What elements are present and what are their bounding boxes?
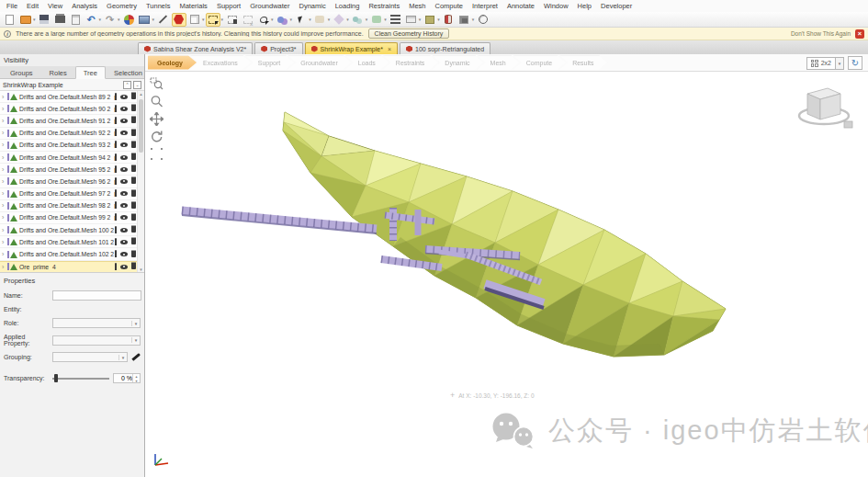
diamond-tool-icon[interactable] bbox=[332, 13, 346, 27]
eye-icon[interactable] bbox=[120, 240, 128, 244]
viewport-3d[interactable]: + At X: -10.30, Y: -196.16, Z: 0 bbox=[145, 72, 868, 477]
dropdown-caret-icon[interactable]: ▾ bbox=[221, 17, 224, 22]
pick-select-icon[interactable] bbox=[294, 13, 309, 27]
pin-icon[interactable] bbox=[115, 190, 117, 197]
trash-icon[interactable] bbox=[131, 252, 136, 257]
tab-groups[interactable]: Groups bbox=[2, 66, 41, 78]
zoom-window-icon[interactable] bbox=[149, 76, 164, 91]
trash-icon[interactable] bbox=[131, 118, 136, 123]
dropdown-caret-icon[interactable]: ▾ bbox=[99, 17, 102, 22]
menu-analysis[interactable]: Analysis bbox=[67, 2, 102, 10]
doc-tab-sabina[interactable]: Sabina Shear Zone Analysis V2* bbox=[138, 42, 253, 54]
eye-icon[interactable] bbox=[120, 252, 128, 256]
clear-selection-icon[interactable] bbox=[241, 13, 255, 27]
menu-file[interactable]: File bbox=[2, 2, 22, 10]
dropdown-caret-icon[interactable]: ▾ bbox=[33, 17, 36, 22]
box-select-icon[interactable] bbox=[206, 13, 220, 27]
tree-row[interactable]: ›Drifts and Ore.Default.Mesh 97 2_prir bbox=[0, 188, 144, 200]
view-cube[interactable] bbox=[796, 79, 855, 132]
trash-icon[interactable] bbox=[131, 166, 136, 172]
tab-tree[interactable]: Tree bbox=[75, 66, 106, 79]
collapse-all-icon[interactable]: ⌄ bbox=[133, 81, 141, 89]
tab-selection[interactable]: Selection bbox=[106, 66, 151, 78]
eye-icon[interactable] bbox=[120, 167, 128, 172]
name-field[interactable] bbox=[52, 290, 141, 301]
transparency-value-field[interactable] bbox=[114, 374, 132, 382]
pie-chart-icon[interactable] bbox=[121, 13, 136, 27]
applied-property-select[interactable]: ▾ bbox=[52, 335, 141, 346]
spin-down-icon[interactable]: ▾ bbox=[133, 379, 140, 383]
dropdown-caret-icon[interactable]: ▾ bbox=[472, 17, 475, 22]
dropdown-caret-icon[interactable]: ▾ bbox=[202, 17, 205, 22]
menu-materials[interactable]: Materials bbox=[175, 2, 211, 10]
menu-dynamic[interactable]: Dynamic bbox=[295, 2, 331, 10]
dropdown-caret-icon[interactable]: ▾ bbox=[384, 17, 387, 22]
eye-icon[interactable] bbox=[120, 142, 128, 147]
pin-icon[interactable] bbox=[115, 178, 117, 185]
compass-tool-icon[interactable] bbox=[476, 13, 490, 27]
pin-icon[interactable] bbox=[115, 106, 117, 112]
undo-icon[interactable]: ↶ bbox=[84, 13, 98, 27]
scroll-up-icon[interactable]: ▴ bbox=[138, 91, 144, 97]
pin-icon[interactable] bbox=[115, 264, 117, 270]
refresh-view-icon[interactable]: ↻ bbox=[848, 56, 862, 70]
tree-row-selected[interactable]: ›Ore_prime_4 bbox=[0, 261, 144, 273]
trash-icon[interactable] bbox=[131, 178, 136, 184]
layers-tool-icon[interactable] bbox=[388, 13, 402, 27]
external-box-icon[interactable] bbox=[187, 13, 202, 27]
dropdown-caret-icon[interactable]: ▾ bbox=[290, 17, 293, 22]
tab-close-icon[interactable]: × bbox=[388, 46, 391, 52]
pin-icon[interactable] bbox=[115, 166, 117, 173]
eye-icon[interactable] bbox=[120, 215, 128, 220]
lock-selection-icon[interactable] bbox=[225, 13, 240, 27]
dropdown-caret-icon[interactable]: ▾ bbox=[366, 17, 368, 22]
surface-tool-icon[interactable] bbox=[369, 13, 384, 27]
eye-icon[interactable] bbox=[120, 131, 128, 135]
workflow-tab-dynamic[interactable]: Dynamic bbox=[432, 56, 483, 70]
role-select[interactable]: ▾ bbox=[52, 318, 141, 328]
clean-geometry-history-button[interactable]: Clean Geometry History bbox=[368, 28, 450, 39]
trash-icon[interactable] bbox=[131, 215, 136, 221]
eye-icon[interactable] bbox=[120, 95, 128, 99]
menu-developer[interactable]: Developer bbox=[596, 2, 637, 10]
workflow-tab-restraints[interactable]: Restraints bbox=[383, 56, 439, 70]
edit-pencil-icon[interactable] bbox=[131, 353, 140, 360]
tab-roles[interactable]: Roles bbox=[41, 66, 75, 78]
trash-icon[interactable] bbox=[131, 203, 136, 209]
chevron-down-icon[interactable]: ▾ bbox=[836, 57, 844, 70]
boolean-tool-icon[interactable] bbox=[350, 13, 365, 27]
pin-icon[interactable] bbox=[115, 94, 117, 100]
menu-view[interactable]: View bbox=[43, 2, 67, 10]
tree-row[interactable]: ›Drifts and Ore.Default.Mesh 96 2_prir bbox=[0, 176, 144, 187]
workflow-tab-results[interactable]: Results bbox=[559, 56, 607, 70]
eye-icon[interactable] bbox=[120, 228, 128, 233]
pan-icon[interactable] bbox=[149, 111, 164, 126]
eye-icon[interactable] bbox=[120, 191, 128, 196]
pin-icon[interactable] bbox=[115, 142, 117, 148]
dropdown-caret-icon[interactable]: ▾ bbox=[152, 17, 155, 22]
workflow-tab-compute[interactable]: Compute bbox=[513, 56, 566, 70]
workflow-tab-excavations[interactable]: Excavations bbox=[190, 56, 252, 70]
eye-icon[interactable] bbox=[120, 107, 128, 111]
pin-icon[interactable] bbox=[115, 202, 117, 209]
redo-icon[interactable]: ↷ bbox=[103, 13, 118, 27]
shrink-tool-icon[interactable] bbox=[312, 13, 327, 27]
chevron-down-icon[interactable]: ▾ bbox=[131, 337, 140, 343]
image-capture-icon[interactable] bbox=[137, 13, 152, 27]
cylinder-tool-icon[interactable] bbox=[441, 13, 456, 27]
export-tool-icon[interactable] bbox=[403, 13, 418, 27]
trash-icon[interactable] bbox=[131, 191, 136, 197]
menu-edit[interactable]: Edit bbox=[22, 2, 43, 10]
pin-icon[interactable] bbox=[115, 214, 117, 221]
rotate-icon[interactable] bbox=[149, 129, 164, 143]
trash-icon[interactable] bbox=[131, 239, 136, 244]
tree-row[interactable]: ›Drifts and Ore.Default.Mesh 99 2_prir bbox=[0, 212, 144, 224]
eye-icon[interactable] bbox=[120, 119, 128, 123]
tree-row[interactable]: ›Drifts and Ore.Default.Mesh 91 2_prir bbox=[0, 115, 144, 127]
menu-tunnels[interactable]: Tunnels bbox=[141, 2, 175, 10]
pin-icon[interactable] bbox=[115, 118, 117, 124]
tree-row[interactable]: ›Drifts and Ore.Default.Mesh 94 2_prir bbox=[0, 152, 144, 164]
menu-support[interactable]: Support bbox=[212, 2, 245, 10]
chevron-down-icon[interactable]: ▾ bbox=[131, 321, 140, 326]
expand-all-icon[interactable]: ⌃ bbox=[123, 81, 131, 89]
